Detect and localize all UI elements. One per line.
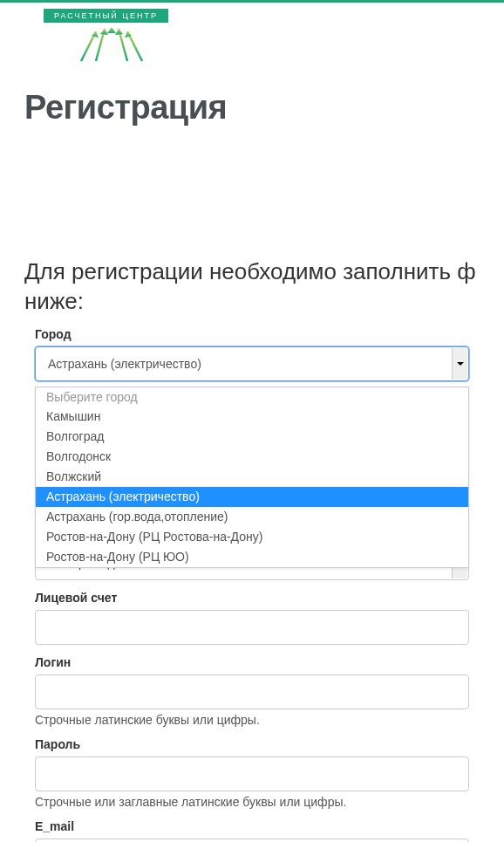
city-select-wrapper: Астрахань (электричество) Выберите город… (35, 346, 469, 381)
logo-badge: РАСЧЕТНЫЙ ЦЕНТР (44, 9, 168, 23)
city-option[interactable]: Ростов-на-Дону (РЦ ЮО) (36, 547, 468, 567)
svg-marker-8 (115, 29, 123, 35)
city-option[interactable]: Камышин (36, 407, 468, 427)
login-field-group: Логин Строчные латинские буквы или цифры… (35, 655, 469, 727)
registration-form: Город Астрахань (электричество) Выберите… (0, 317, 504, 842)
login-help-text: Строчные латинские буквы или цифры. (35, 713, 469, 727)
city-option[interactable]: Волгодонск (36, 447, 468, 467)
password-input[interactable] (35, 756, 469, 791)
city-option[interactable]: Ростов-на-Дону (РЦ Ростова-на-Дону) (36, 527, 468, 547)
email-input[interactable] (35, 839, 469, 842)
account-label: Лицевой счет (35, 591, 469, 605)
city-option-placeholder[interactable]: Выберите город (36, 387, 468, 407)
city-option-selected[interactable]: Астрахань (электричество) (36, 487, 468, 507)
logo-arrows-icon (68, 24, 155, 64)
account-input[interactable] (35, 610, 469, 645)
svg-marker-6 (100, 29, 108, 35)
city-option[interactable]: Волгоград (36, 427, 468, 447)
account-field-group: Лицевой счет (35, 591, 469, 645)
city-select[interactable]: Астрахань (электричество) (35, 346, 469, 381)
password-field-group: Пароль Строчные или заглавные латинские … (35, 737, 469, 809)
password-label: Пароль (35, 737, 469, 751)
login-input[interactable] (35, 674, 469, 709)
chevron-down-icon (452, 348, 467, 380)
login-label: Логин (35, 655, 469, 669)
top-accent-bar (0, 0, 504, 3)
password-help-text: Строчные или заглавные латинские буквы и… (35, 795, 469, 809)
city-option[interactable]: Астрахань (гор.вода,отопление) (36, 507, 468, 527)
email-field-group: E_mail (35, 819, 469, 842)
svg-marker-7 (107, 27, 116, 33)
logo-area: РАСЧЕТНЫЙ ЦЕНТР (0, 6, 504, 67)
city-label: Город (35, 327, 469, 341)
page-subtitle: Для регистрации необходимо заполнить ф н… (0, 127, 504, 317)
city-field-group: Город Астрахань (электричество) Выберите… (35, 327, 469, 381)
city-option[interactable]: Волжский (36, 467, 468, 487)
city-select-value: Астрахань (электричество) (48, 357, 201, 371)
city-dropdown: Выберите город Камышин Волгоград Волгодо… (35, 387, 469, 568)
page-title: Регистрация (0, 67, 504, 127)
email-label: E_mail (35, 819, 469, 833)
